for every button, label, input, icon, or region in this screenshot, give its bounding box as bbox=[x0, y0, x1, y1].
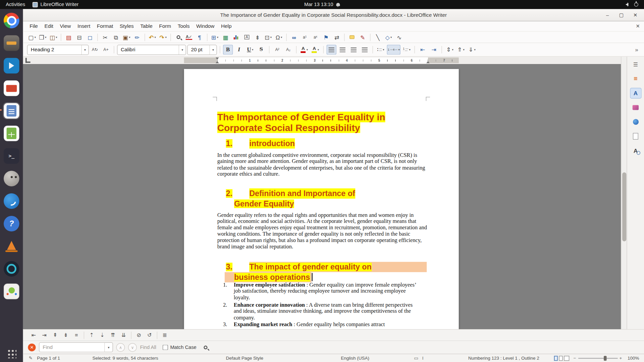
add-to-list-button[interactable]: ≣ bbox=[160, 330, 169, 340]
menu-file[interactable]: File bbox=[26, 22, 41, 30]
power-icon[interactable] bbox=[634, 2, 638, 6]
page-break-button[interactable] bbox=[253, 32, 262, 42]
save-button[interactable] bbox=[48, 32, 58, 42]
zoom-out-button[interactable]: − bbox=[573, 355, 576, 360]
list-item[interactable]: 1. Improve employee satisfaction : Gende… bbox=[223, 282, 418, 301]
horizontal-ruler[interactable]: 1 2 3 4 5 6 7 bbox=[23, 57, 621, 64]
heading-introduction[interactable]: 1.introduction bbox=[226, 138, 232, 149]
word-count-status[interactable]: Selected: 9 words, 54 characters bbox=[93, 355, 158, 360]
zoom-in-button[interactable]: + bbox=[620, 355, 622, 360]
move-up-with-subpoints-button[interactable]: ⇈ bbox=[108, 330, 118, 340]
paragraph-style-dropdown-icon[interactable] bbox=[81, 45, 88, 54]
freeform-line-button[interactable] bbox=[394, 32, 404, 42]
dock-item-writer[interactable] bbox=[3, 102, 20, 119]
ruler-scale[interactable]: 1 2 3 4 5 6 7 bbox=[184, 57, 459, 63]
close-window-button[interactable]: ✕ bbox=[632, 11, 639, 19]
menu-format[interactable]: Format bbox=[94, 22, 116, 30]
sidebar-gallery-button[interactable] bbox=[630, 102, 641, 113]
find-replace-button[interactable] bbox=[173, 32, 183, 42]
new-document-button[interactable] bbox=[27, 32, 37, 42]
decrease-indent-button[interactable] bbox=[418, 45, 428, 54]
dock-item-chrome[interactable] bbox=[3, 12, 20, 29]
list-item[interactable]: 2. Enhance corporate innovation : A dive… bbox=[223, 302, 418, 321]
sidebar-settings-button[interactable] bbox=[630, 59, 641, 70]
match-case-checkbox[interactable] bbox=[163, 345, 168, 350]
zoom-slider-handle[interactable] bbox=[604, 356, 607, 361]
numbered-list[interactable]: 1. Improve employee satisfaction : Gende… bbox=[223, 282, 418, 329]
outline-list-button[interactable] bbox=[402, 45, 412, 54]
left-indent-marker[interactable] bbox=[216, 61, 219, 63]
heading-impact-selected[interactable]: 3.The impact of gender equality on busin… bbox=[226, 262, 312, 282]
toolbar-overflow-button[interactable] bbox=[632, 45, 641, 54]
paragraph-definition[interactable]: Gender equality refers to the equal righ… bbox=[217, 212, 428, 250]
clock-button[interactable]: Mar 13 13:10 bbox=[304, 2, 340, 7]
find-previous-button[interactable]: ∧ bbox=[116, 343, 125, 352]
sidebar-navigator-button[interactable] bbox=[630, 117, 641, 127]
no-list-button[interactable]: ⊘ bbox=[134, 330, 144, 340]
find-input[interactable] bbox=[40, 343, 104, 352]
dock-item-files[interactable] bbox=[3, 35, 20, 52]
line-spacing-button[interactable] bbox=[445, 45, 454, 54]
document-canvas[interactable]: The Importance of Gender Equality inCorp… bbox=[23, 64, 621, 329]
page-count-status[interactable]: Page 1 of 1 bbox=[37, 355, 60, 360]
open-find-replace-button[interactable] bbox=[204, 345, 208, 349]
insert-text-box-button[interactable] bbox=[242, 32, 252, 42]
sidebar-properties-button[interactable] bbox=[630, 73, 641, 84]
dock-item-thunderbird[interactable] bbox=[3, 192, 20, 209]
paragraph-introduction[interactable]: In the current globalized competitive en… bbox=[217, 152, 428, 177]
scrollbar-thumb[interactable] bbox=[622, 172, 626, 241]
font-size-dropdown-icon[interactable] bbox=[209, 45, 216, 54]
decrease-paragraph-spacing-button[interactable] bbox=[467, 45, 477, 54]
dock-item-software[interactable] bbox=[3, 283, 20, 300]
insert-image-button[interactable] bbox=[221, 32, 230, 42]
single-page-view-button[interactable] bbox=[554, 356, 558, 361]
minimize-button[interactable]: – bbox=[604, 11, 611, 19]
multi-page-view-button[interactable] bbox=[559, 356, 563, 361]
insert-mode-icon[interactable]: I bbox=[422, 355, 424, 360]
find-next-button[interactable]: ∨ bbox=[128, 343, 137, 352]
zoom-percent-status[interactable]: 100% bbox=[628, 355, 639, 360]
strikethrough-button[interactable]: S bbox=[256, 45, 266, 54]
focused-app-menu[interactable]: LibreOffice Writer bbox=[33, 2, 78, 7]
undo-button[interactable] bbox=[148, 32, 157, 42]
cross-reference-button[interactable] bbox=[332, 32, 341, 42]
menu-window[interactable]: Window bbox=[193, 22, 218, 30]
font-size-combo[interactable]: 20 pt bbox=[187, 45, 217, 55]
promote-outline-button[interactable]: ⇤ bbox=[29, 330, 39, 340]
menu-form[interactable]: Form bbox=[156, 22, 174, 30]
sidebar-style-inspector-button[interactable] bbox=[630, 145, 641, 156]
align-center-button[interactable] bbox=[338, 45, 347, 54]
menu-styles[interactable]: Styles bbox=[116, 22, 137, 30]
dock-item-calc[interactable] bbox=[3, 125, 20, 142]
superscript-button[interactable] bbox=[272, 45, 282, 54]
print-preview-button[interactable] bbox=[85, 32, 95, 42]
align-right-button[interactable] bbox=[349, 45, 359, 54]
endnote-button[interactable] bbox=[311, 32, 320, 42]
underline-button[interactable]: U bbox=[245, 45, 255, 54]
spelling-button[interactable] bbox=[184, 32, 194, 42]
unordered-list-button[interactable] bbox=[376, 45, 385, 54]
ordered-list-button[interactable] bbox=[387, 45, 400, 54]
dock-item-terminal[interactable] bbox=[3, 147, 20, 165]
special-character-button[interactable] bbox=[274, 32, 284, 42]
redo-button[interactable] bbox=[158, 32, 168, 42]
track-changes-button[interactable] bbox=[358, 32, 368, 42]
increase-indent-button[interactable] bbox=[429, 45, 439, 54]
right-indent-marker[interactable] bbox=[426, 61, 430, 63]
move-item-down-button[interactable]: ⇣ bbox=[97, 330, 107, 340]
menu-help[interactable]: Help bbox=[218, 22, 235, 30]
language-status[interactable]: English (USA) bbox=[341, 355, 369, 360]
hyperlink-button[interactable] bbox=[289, 32, 299, 42]
copy-button[interactable] bbox=[111, 32, 121, 42]
dock-item-help[interactable] bbox=[3, 215, 20, 232]
dock-item-dark-app[interactable] bbox=[3, 260, 20, 277]
insert-chart-button[interactable] bbox=[231, 32, 241, 42]
insert-unnumbered-entry-button[interactable]: ≡ bbox=[71, 330, 81, 340]
paragraph-style-combo[interactable]: Heading 2 bbox=[27, 45, 89, 55]
activities-button[interactable]: Activities bbox=[6, 2, 25, 7]
bold-button[interactable]: B bbox=[223, 45, 233, 54]
export-pdf-button[interactable] bbox=[64, 32, 73, 42]
move-down-with-subpoints-button[interactable]: ⇊ bbox=[119, 330, 128, 340]
first-line-indent-marker[interactable] bbox=[216, 57, 219, 59]
sidebar-page-button[interactable] bbox=[630, 131, 641, 142]
